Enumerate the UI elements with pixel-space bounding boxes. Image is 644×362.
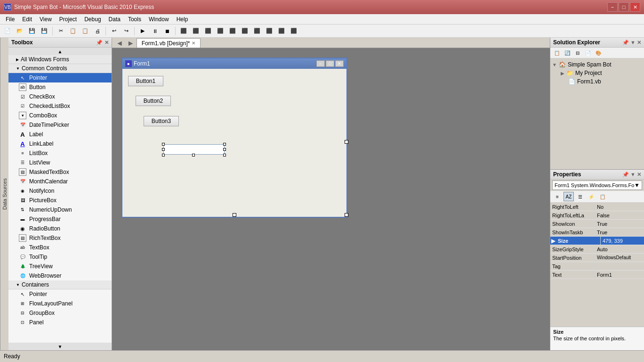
tree-form1vb[interactable]: 📄 Form1.vb [561, 77, 642, 86]
toolbar-nav2[interactable]: ⬛ [190, 26, 201, 36]
toolbar-nav10[interactable]: ⬛ [288, 26, 299, 36]
form-button2[interactable]: Button2 [136, 96, 171, 106]
toolbar-save[interactable]: 💾 [26, 26, 38, 36]
toolbar-nav3[interactable]: ⬛ [202, 26, 214, 36]
menu-tools[interactable]: Tools [124, 15, 145, 24]
tab-close[interactable]: ✕ [192, 41, 195, 46]
toolbar-cut[interactable]: ✂ [55, 26, 66, 36]
se-dropdown[interactable]: ▼ [630, 40, 636, 46]
props-pin[interactable]: 📌 [622, 172, 629, 178]
form-minimize[interactable]: − [316, 60, 325, 67]
toolbox-item-pointer[interactable]: ↖ Pointer [8, 73, 112, 82]
props-property-pages[interactable]: 📋 [597, 192, 608, 201]
props-categorized[interactable]: ≡ [552, 192, 563, 201]
toolbar-nav8[interactable]: ⬛ [264, 26, 275, 36]
prop-righttoleft[interactable]: RightToLeft No [550, 203, 644, 211]
properties-object-selector[interactable]: Form1 System.Windows.Forms.Fo ▼ [552, 181, 642, 190]
tree-myproject[interactable]: ▶ 📁 My Project [561, 69, 642, 77]
prop-text[interactable]: Text Form1 [550, 271, 644, 279]
form-body[interactable]: Button1 Button2 Button3 [122, 69, 346, 215]
toolbox-item-flowlayoutpanel[interactable]: ⊞ FlowLayoutPanel [8, 299, 112, 308]
toolbox-item-listbox[interactable]: ≡ ListBox [8, 148, 112, 158]
toolbox-item-linklabel[interactable]: A LinkLabel [8, 139, 112, 148]
toolbox-item-containers-pointer[interactable]: ↖ Pointer [8, 289, 112, 299]
toolbar-nav1[interactable]: ⬛ [178, 26, 189, 36]
data-sources-tab[interactable]: Data Sources [0, 38, 8, 350]
props-alphabetical[interactable]: AZ [564, 192, 574, 201]
toolbox-item-datetimepicker[interactable]: 📅 DateTimePicker [8, 120, 112, 130]
design-area[interactable]: ■ Form1 − □ ✕ Button1 Button2 Button3 [112, 48, 550, 350]
tree-expand-root[interactable]: ▼ [552, 62, 557, 67]
properties-object-dropdown[interactable]: ▼ [634, 182, 640, 189]
toolbar-nav6[interactable]: ⬛ [239, 26, 250, 36]
prop-righttoleftla[interactable]: RightToLeftLa False [550, 211, 644, 220]
props-events[interactable]: ⚡ [586, 192, 596, 201]
menu-debug[interactable]: Debug [80, 15, 105, 24]
toolbox-item-progressbar[interactable]: ▬ ProgressBar [8, 214, 112, 224]
prop-tag[interactable]: Tag [550, 262, 644, 271]
toolbox-item-richtextbox[interactable]: ▤ RichTextBox [8, 233, 112, 243]
toolbox-item-picturebox[interactable]: 🖼 PictureBox [8, 196, 112, 205]
se-tool-collapse[interactable]: ⊟ [573, 49, 582, 57]
toolbox-item-tooltip[interactable]: 💬 ToolTip [8, 252, 112, 262]
se-tool-props[interactable]: 📋 [552, 49, 562, 57]
section-common-controls[interactable]: Common Controls [8, 64, 112, 73]
minimize-button[interactable]: − [607, 2, 618, 12]
toolbar-paste[interactable]: 📋 [80, 26, 91, 36]
toolbox-item-numericupdown[interactable]: ⇅ NumericUpDown [8, 205, 112, 214]
toolbar-new[interactable]: 📄 [2, 26, 13, 36]
toolbar-redo[interactable]: ↪ [121, 26, 132, 36]
toolbox-item-button[interactable]: ab Button [8, 82, 112, 92]
form-close[interactable]: ✕ [335, 60, 344, 67]
toolbox-item-panel[interactable]: ⊡ Panel [8, 318, 112, 327]
menu-data[interactable]: Data [105, 15, 124, 24]
se-tool-view-code[interactable]: 📄 [583, 49, 593, 57]
menu-help[interactable]: Help [173, 15, 192, 24]
props-close[interactable]: ✕ [637, 172, 641, 178]
toolbar-saveall[interactable]: 💾 [39, 26, 50, 36]
toolbar-copy[interactable]: 📋 [67, 26, 79, 36]
prop-showintaskb[interactable]: ShowInTaskb True [550, 228, 644, 237]
toolbox-item-monthcalendar[interactable]: 📅 MonthCalendar [8, 177, 112, 186]
form-resize-handle[interactable] [345, 213, 348, 217]
menu-view[interactable]: View [36, 15, 56, 24]
toolbox-item-notifyicon[interactable]: ◉ NotifyIcon [8, 186, 112, 196]
toolbox-item-webbrowser[interactable]: 🌐 WebBrowser [8, 271, 112, 280]
tab-nav-right[interactable]: ► [125, 39, 137, 48]
tab-form1-design[interactable]: Form1.vb [Design]* ✕ [137, 38, 201, 48]
toolbar-run[interactable]: ▶ [137, 26, 148, 36]
toolbar-nav7[interactable]: ⬛ [251, 26, 263, 36]
form-maximize[interactable]: □ [326, 60, 334, 67]
restore-button[interactable]: □ [619, 2, 629, 12]
toolbar-open[interactable]: 📂 [14, 26, 25, 36]
toolbox-item-checkedlistbox[interactable]: ☑ CheckedListBox [8, 101, 112, 111]
props-properties[interactable]: ☰ [575, 192, 585, 201]
se-close[interactable]: ✕ [637, 40, 641, 46]
toolbox-item-radiobutton[interactable]: ◉ RadioButton [8, 224, 112, 233]
toolbar-nav5[interactable]: ⬛ [227, 26, 238, 36]
prop-sizegripstyle[interactable]: SizeGripStyle Auto [550, 245, 644, 254]
toolbar-pause[interactable]: ⏸ [149, 26, 161, 36]
menu-project[interactable]: Project [56, 15, 80, 24]
prop-expand-size[interactable]: ▶ [550, 237, 556, 245]
toolbox-scroll-up[interactable]: ▲ [8, 48, 112, 55]
toolbar-stop[interactable]: ⏹ [161, 26, 173, 36]
se-pin[interactable]: 📌 [622, 40, 629, 46]
toolbox-item-combobox[interactable]: ▾ ComboBox [8, 111, 112, 120]
menu-edit[interactable]: Edit [18, 15, 36, 24]
toolbar-nav4[interactable]: ⬛ [215, 26, 226, 36]
tree-expand-myproject[interactable]: ▶ [561, 71, 564, 76]
section-all-windows-forms[interactable]: All Windows Forms [8, 55, 112, 64]
menu-window[interactable]: Window [145, 15, 173, 24]
prop-size[interactable]: ▶ Size 479, 339 [550, 237, 644, 245]
toolbox-pin[interactable]: 📌 [96, 40, 103, 46]
toolbox-item-groupbox[interactable]: ⊟ GroupBox [8, 308, 112, 318]
tree-root[interactable]: ▼ 🏠 Simple Spam Bot [552, 60, 642, 69]
toolbar-print[interactable]: 🖨 [92, 26, 103, 36]
toolbox-item-checkbox[interactable]: ☑ CheckBox [8, 92, 112, 101]
form-resize-bottom[interactable] [233, 213, 236, 217]
toolbox-item-treeview[interactable]: 🌲 TreeView [8, 262, 112, 271]
toolbox-item-label[interactable]: A Label [8, 130, 112, 139]
props-dropdown[interactable]: ▼ [630, 172, 636, 178]
toolbar-undo[interactable]: ↩ [108, 26, 120, 36]
